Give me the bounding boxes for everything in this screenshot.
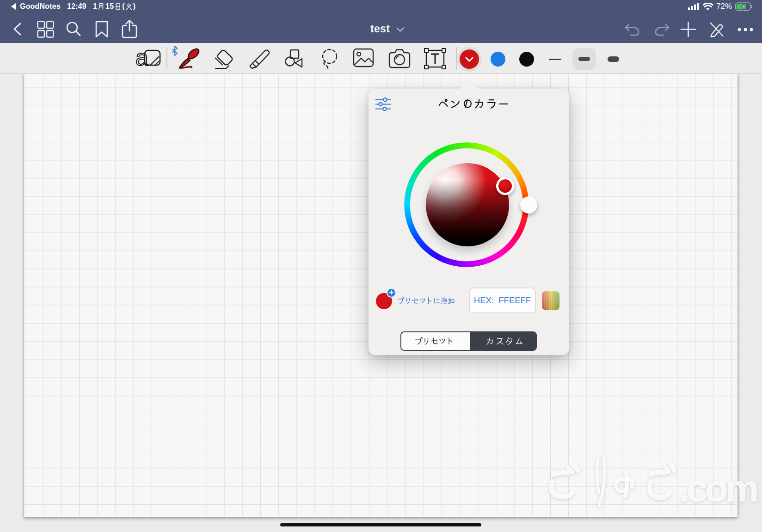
svg-text:a: a — [136, 48, 148, 69]
svg-text:.com: .com — [679, 467, 756, 509]
